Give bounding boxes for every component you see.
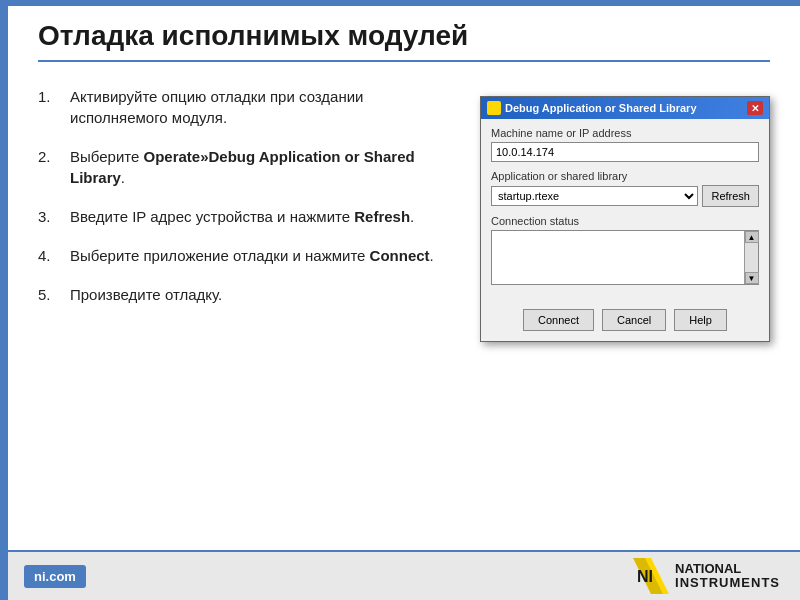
status-scrollbar[interactable]: ▲ ▼ — [744, 231, 758, 284]
machine-label: Machine name or IP address — [491, 127, 759, 139]
dialog-footer: Connect Cancel Help — [481, 303, 769, 341]
help-button[interactable]: Help — [674, 309, 727, 331]
ni-instruments-label: INSTRUMENTS — [675, 576, 780, 590]
scroll-down-arrow[interactable]: ▼ — [745, 272, 759, 284]
steps-list: Активируйте опцию отладки при создании и… — [38, 86, 460, 530]
main-layout: Активируйте опцию отладки при создании и… — [38, 86, 770, 530]
step-3-text: Введите IP адрес устройства и нажмите Re… — [70, 206, 414, 227]
dialog-body: Machine name or IP address Application o… — [481, 119, 769, 303]
top-accent-bar — [0, 0, 800, 6]
connection-status-box: ▲ ▼ — [491, 230, 759, 285]
step-3: Введите IP адрес устройства и нажмите Re… — [38, 206, 460, 227]
step-4: Выберите приложение отладки и нажмите Co… — [38, 245, 460, 266]
slide-title: Отладка исполнимых модулей — [38, 20, 770, 62]
dialog-area: Debug Application or Shared Library ✕ Ma… — [480, 86, 770, 530]
step-2: Выберите Operate»Debug Application or Sh… — [38, 146, 460, 188]
svg-text:NI: NI — [637, 568, 653, 585]
ni-com-badge: ni.com — [24, 565, 86, 588]
step-1: Активируйте опцию отладки при создании и… — [38, 86, 460, 128]
refresh-button[interactable]: Refresh — [702, 185, 759, 207]
ni-logo-text: NATIONAL INSTRUMENTS — [675, 562, 780, 591]
left-accent-bar — [0, 0, 8, 600]
ni-logo: NI NATIONAL INSTRUMENTS — [633, 558, 780, 594]
dialog-title-text: Debug Application or Shared Library — [505, 102, 697, 114]
step-1-text: Активируйте опцию отладки при создании и… — [70, 86, 460, 128]
step-4-text: Выберите приложение отладки и нажмите Co… — [70, 245, 434, 266]
dialog-titlebar-title: Debug Application or Shared Library — [487, 101, 697, 115]
step-2-text: Выберите Operate»Debug Application or Sh… — [70, 146, 460, 188]
cancel-button[interactable]: Cancel — [602, 309, 666, 331]
connection-status-label: Connection status — [491, 215, 759, 227]
step-5-text: Произведите отладку. — [70, 284, 222, 305]
ni-logo-icon: NI — [633, 558, 669, 594]
dialog-close-button[interactable]: ✕ — [747, 101, 763, 115]
dialog-app-icon — [487, 101, 501, 115]
ni-national-label: NATIONAL — [675, 562, 780, 576]
machine-input[interactable] — [491, 142, 759, 162]
content-area: Отладка исполнимых модулей Активируйте о… — [8, 0, 800, 550]
scroll-up-arrow[interactable]: ▲ — [745, 231, 759, 243]
connect-button[interactable]: Connect — [523, 309, 594, 331]
app-select[interactable]: startup.rtexe — [491, 186, 698, 206]
app-label: Application or shared library — [491, 170, 759, 182]
slide: Отладка исполнимых модулей Активируйте о… — [0, 0, 800, 600]
app-row: startup.rtexe Refresh — [491, 185, 759, 207]
bottom-bar: ni.com NI NATIONAL INSTRUMENTS — [8, 550, 800, 600]
step-5: Произведите отладку. — [38, 284, 460, 305]
dialog-titlebar: Debug Application or Shared Library ✕ — [481, 97, 769, 119]
dialog-window: Debug Application or Shared Library ✕ Ma… — [480, 96, 770, 342]
